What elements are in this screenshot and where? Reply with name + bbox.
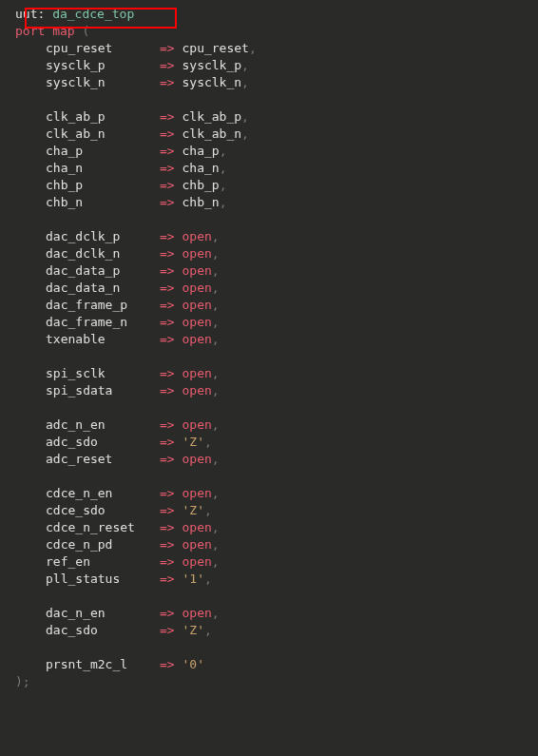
port-map-line: adc_reset=> open, (15, 451, 538, 468)
port-target: open (182, 332, 211, 346)
comma: , (212, 281, 220, 295)
arrow-operator: => (160, 606, 175, 620)
port-map-line: sysclk_n=> sysclk_n, (15, 74, 538, 91)
arrow-operator: => (160, 58, 175, 72)
port-map-line: dac_frame_p=> open, (15, 297, 538, 314)
arrow-operator: => (160, 366, 175, 380)
port-target: chb_p (182, 178, 219, 192)
port-target: open (182, 383, 211, 397)
blank-line (15, 348, 538, 365)
port-name: dac_frame_p (46, 297, 160, 314)
arrow-operator: => (160, 520, 175, 534)
port-map-line: dac_dclk_p=> open, (15, 228, 538, 245)
comma: , (204, 623, 212, 637)
port-name: prsnt_m2c_l (46, 656, 160, 673)
comma: , (241, 109, 249, 124)
port-map-line: prsnt_m2c_l=> '0' (15, 656, 538, 673)
port-target: cpu_reset (182, 41, 248, 55)
arrow-operator: => (160, 417, 175, 432)
comma: , (212, 417, 220, 432)
comma: , (212, 366, 220, 380)
comma: , (212, 332, 220, 346)
port-map-line: cdce_sdo=> 'Z', (15, 502, 538, 519)
port-target: clk_ab_p (182, 109, 241, 124)
port-target: cha_p (182, 144, 219, 158)
comma: , (220, 161, 227, 175)
port-name: cdce_sdo (46, 502, 160, 519)
port-target: open (182, 315, 211, 329)
blank-line (15, 639, 538, 656)
port-map-line: adc_sdo=> 'Z', (15, 434, 538, 451)
port-name: cdce_n_reset (46, 519, 160, 536)
comma: , (212, 229, 220, 243)
comma: , (204, 572, 212, 586)
comma: , (220, 144, 227, 158)
port-name: pll_status (46, 571, 160, 588)
port-name: chb_p (46, 177, 160, 194)
code-editor[interactable]: uut: da_cdce_top port map ( cpu_reset=> … (15, 6, 538, 690)
comma: , (204, 435, 212, 449)
arrow-operator: => (160, 229, 175, 243)
comma: , (212, 554, 220, 569)
comma: , (204, 503, 212, 517)
port-target: open (182, 229, 211, 243)
arrow-operator: => (160, 144, 175, 158)
port-map-line: dac_data_p=> open, (15, 262, 538, 280)
arrow-operator: => (160, 178, 175, 192)
port-name: cha_p (46, 143, 160, 160)
port-name: txenable (46, 331, 160, 348)
arrow-operator: => (160, 41, 175, 55)
port-map-line: dac_data_n=> open, (15, 280, 538, 297)
instance-label: uut (15, 7, 37, 21)
port-name: dac_frame_n (46, 314, 160, 331)
port-name: cha_n (46, 160, 160, 177)
blank-line (15, 468, 538, 485)
arrow-operator: => (160, 263, 175, 278)
entity-name: da_cdce_top (52, 7, 134, 21)
port-map-line: sysclk_p=> sysclk_p, (15, 57, 538, 74)
port-name: spi_sdata (46, 382, 160, 399)
arrow-operator: => (160, 554, 175, 569)
port-name: chb_n (46, 194, 160, 211)
arrow-operator: => (160, 75, 175, 89)
comma: , (212, 263, 220, 278)
arrow-operator: => (160, 161, 175, 175)
port-map-line: dac_frame_n=> open, (15, 314, 538, 331)
port-name: dac_n_en (46, 605, 160, 622)
port-target: '0' (182, 657, 203, 671)
port-map-line: adc_n_en=> open, (15, 417, 538, 434)
port-target: open (182, 366, 211, 380)
port-name: adc_reset (46, 451, 160, 468)
port-map-line: dac_dclk_n=> open, (15, 245, 538, 262)
port-map-line: cha_p=> cha_p, (15, 143, 538, 160)
port-name: adc_sdo (46, 434, 160, 451)
port-target: open (182, 520, 211, 534)
port-target: cha_n (182, 161, 219, 175)
port-map-line: chb_p=> chb_p, (15, 177, 538, 194)
arrow-operator: => (160, 503, 175, 517)
port-target: open (182, 554, 211, 569)
port-map-line: spi_sclk=> open, (15, 365, 538, 382)
port-name: dac_sdo (46, 622, 160, 639)
port-map-open: port map ( (15, 23, 538, 40)
port-target: open (182, 246, 211, 261)
arrow-operator: => (160, 126, 175, 141)
port-target: open (182, 263, 211, 278)
arrow-operator: => (160, 109, 175, 124)
port-target: sysclk_p (182, 58, 241, 72)
port-map-line: clk_ab_p=> clk_ab_p, (15, 108, 538, 126)
port-name: dac_dclk_n (46, 245, 160, 262)
blank-line (15, 91, 538, 108)
comma: , (212, 383, 220, 397)
arrow-operator: => (160, 281, 175, 295)
arrow-operator: => (160, 452, 175, 466)
port-target: sysclk_n (182, 75, 241, 89)
arrow-operator: => (160, 332, 175, 346)
arrow-operator: => (160, 315, 175, 329)
port-name: clk_ab_n (46, 126, 160, 143)
port-map-line: cpu_reset=> cpu_reset, (15, 40, 538, 57)
port-target: clk_ab_n (182, 126, 241, 141)
port-name: spi_sclk (46, 365, 160, 382)
comma: , (212, 315, 220, 329)
arrow-operator: => (160, 623, 175, 637)
